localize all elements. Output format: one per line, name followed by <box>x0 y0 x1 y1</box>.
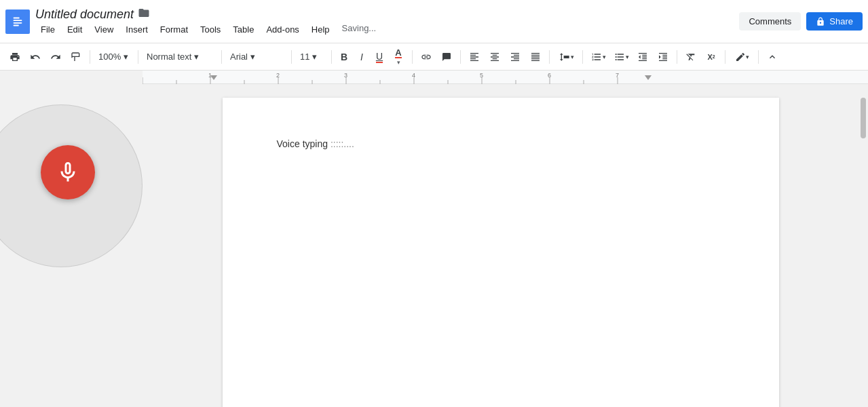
bulleted-list-icon <box>614 52 626 62</box>
menu-file[interactable]: File <box>35 23 60 36</box>
underline-label: U <box>376 51 383 63</box>
ruler-marks: 1 2 3 4 5 6 7 <box>143 71 868 84</box>
redo-button[interactable] <box>46 47 65 66</box>
svg-rect-3 <box>14 22 22 23</box>
decrease-indent-button[interactable] <box>633 47 652 66</box>
separator-2 <box>138 50 138 64</box>
menu-format[interactable]: Format <box>155 23 193 36</box>
separator-10 <box>677 50 677 64</box>
menu-addons[interactable]: Add-ons <box>261 23 304 36</box>
decrease-indent-icon <box>637 52 648 62</box>
bold-label: B <box>341 52 347 62</box>
folder-icon[interactable] <box>138 7 150 22</box>
svg-text:2: 2 <box>276 72 280 79</box>
style-select[interactable]: Normal text ▾ <box>143 50 217 63</box>
line-spacing-arrow: ▾ <box>571 54 574 60</box>
comment-button[interactable] <box>437 47 456 66</box>
undo-icon <box>30 52 41 62</box>
font-size-select[interactable]: 11 ▾ <box>296 50 327 63</box>
svg-marker-28 <box>645 75 652 80</box>
print-button[interactable] <box>5 47 24 66</box>
align-center-icon <box>489 52 500 62</box>
svg-text:4: 4 <box>412 72 415 79</box>
text-color-arrow: ▾ <box>397 59 400 66</box>
numbered-list-button[interactable]: ▾ <box>587 47 609 66</box>
align-justify-button[interactable] <box>526 47 545 66</box>
align-left-button[interactable] <box>465 47 484 66</box>
toolbar: 100% ▾ Normal text ▾ Arial ▾ 11 ▾ B I U … <box>0 43 868 71</box>
underline-button[interactable]: U <box>371 47 388 66</box>
superscript-button[interactable]: X2 <box>702 47 721 66</box>
share-button[interactable]: Share <box>806 12 863 31</box>
share-label: Share <box>829 16 853 26</box>
separator-3 <box>221 50 222 64</box>
align-center-button[interactable] <box>485 47 504 66</box>
text-color-label: A <box>395 48 401 58</box>
draw-button[interactable]: ▾ <box>730 47 754 66</box>
separator-9 <box>582 50 583 64</box>
line-spacing-button[interactable]: ▾ <box>554 47 578 66</box>
align-right-button[interactable] <box>506 47 525 66</box>
collapse-toolbar-button[interactable] <box>763 47 782 66</box>
size-value: 11 <box>300 52 309 62</box>
saving-status: Saving... <box>342 23 377 36</box>
paint-format-button[interactable] <box>67 47 86 66</box>
bulleted-list-arrow: ▾ <box>626 54 629 60</box>
link-button[interactable] <box>417 47 436 66</box>
size-arrow: ▾ <box>312 52 317 62</box>
menu-view[interactable]: View <box>89 23 119 36</box>
document-area[interactable]: Voice typing :::::.... <box>143 84 858 407</box>
main-area: Voice typing :::::.... <box>0 84 868 407</box>
menu-tools[interactable]: Tools <box>195 23 226 36</box>
clear-formatting-button[interactable] <box>681 47 700 66</box>
scrollbar-area <box>858 84 868 407</box>
comments-button[interactable]: Comments <box>739 12 801 31</box>
docs-icon <box>10 14 25 29</box>
pen-arrow: ▾ <box>746 54 749 60</box>
bold-button[interactable]: B <box>336 47 352 66</box>
document-text: Voice typing <box>277 138 328 149</box>
doc-title[interactable]: Untitled document <box>35 7 134 22</box>
ruler-inner: 1 2 3 4 5 6 7 <box>143 71 868 83</box>
separator-4 <box>291 50 292 64</box>
microphone-button[interactable] <box>41 145 95 199</box>
svg-text:5: 5 <box>480 72 483 79</box>
ruler: 1 2 3 4 5 6 7 <box>143 71 868 84</box>
increase-indent-button[interactable] <box>654 47 673 66</box>
app-icon <box>5 9 30 34</box>
zoom-select[interactable]: 100% ▾ <box>94 50 134 63</box>
separator-5 <box>331 50 332 64</box>
menu-insert[interactable]: Insert <box>120 23 153 36</box>
undo-button[interactable] <box>26 47 45 66</box>
text-color-button[interactable]: A ▾ <box>389 47 408 66</box>
print-icon <box>10 52 20 62</box>
increase-indent-icon <box>658 52 668 62</box>
separator-7 <box>460 50 461 64</box>
align-justify-icon <box>530 52 541 62</box>
svg-rect-2 <box>14 20 22 21</box>
separator-8 <box>549 50 550 64</box>
style-arrow: ▾ <box>194 52 199 62</box>
scrollbar-thumb[interactable] <box>861 98 866 138</box>
bulleted-list-button[interactable]: ▾ <box>610 47 632 66</box>
italic-button[interactable]: I <box>354 47 370 66</box>
zoom-value: 100% <box>98 52 121 62</box>
svg-text:3: 3 <box>344 72 347 79</box>
link-icon <box>421 52 432 62</box>
clear-formatting-icon <box>685 52 696 62</box>
doc-title-row: Untitled document <box>35 7 739 22</box>
font-select[interactable]: Arial ▾ <box>226 50 287 63</box>
align-right-icon <box>510 52 521 62</box>
svg-text:7: 7 <box>616 72 619 79</box>
document-content[interactable]: Voice typing :::::.... <box>277 138 725 149</box>
voice-panel <box>0 84 143 407</box>
svg-rect-0 <box>10 14 25 29</box>
zoom-arrow: ▾ <box>124 52 128 62</box>
svg-rect-4 <box>14 24 19 26</box>
menu-table[interactable]: Table <box>227 23 259 36</box>
menu-bar: File Edit View Insert Format Tools Table… <box>35 23 739 36</box>
font-arrow: ▾ <box>250 52 255 62</box>
menu-edit[interactable]: Edit <box>62 23 88 36</box>
lock-icon <box>816 17 825 26</box>
menu-help[interactable]: Help <box>306 23 335 36</box>
